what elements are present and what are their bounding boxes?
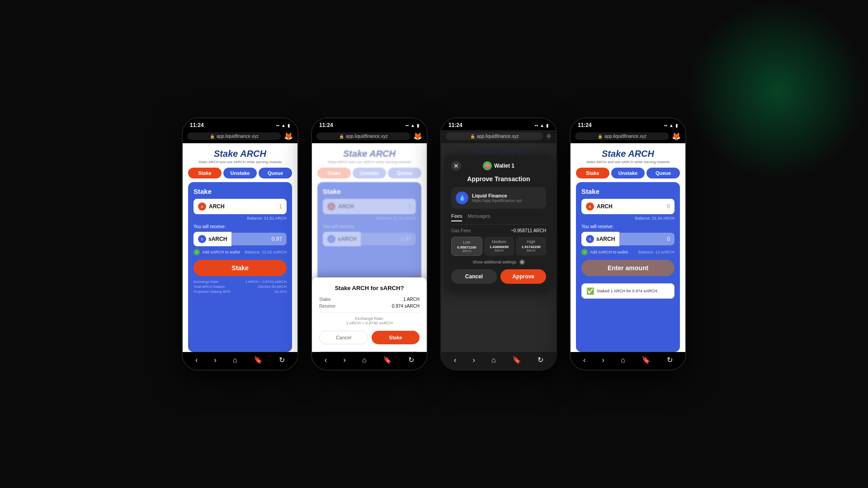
nav-bookmark-3[interactable]: 🔖 — [512, 356, 521, 364]
wallet-approve-button[interactable]: Approve — [500, 269, 546, 284]
wallet-cancel-button[interactable]: Cancel — [451, 269, 497, 284]
stake-title-1: Stake ARCH — [190, 149, 290, 159]
url-text-3: app.liquidfinance.xyz — [477, 134, 519, 139]
close-button[interactable]: ✕ — [451, 161, 461, 171]
tab-bar-2: Stake Unstake Queue — [312, 168, 427, 182]
show-settings[interactable]: Show additional settings ⚙ — [451, 259, 546, 265]
receive-value-2: 0.97 — [361, 233, 416, 245]
fee-low[interactable]: Low 0.95871100 ARCH — [451, 237, 482, 256]
nav-bookmark-2[interactable]: 🔖 — [383, 356, 392, 364]
token-input-4[interactable]: A ARCH 0 — [581, 199, 675, 214]
stake-button-1[interactable]: Stake — [193, 260, 287, 276]
nav-forward-4[interactable]: › — [602, 356, 604, 364]
wallet-badge: 👛 Wallet 1 — [483, 161, 514, 170]
modal-buttons: Cancel Stake — [319, 331, 420, 344]
lock-icon-4: 🔒 — [598, 134, 603, 139]
tab-queue-1[interactable]: Queue — [259, 168, 292, 178]
status-icons-4: ▪▪ ▲ ▮ — [664, 123, 678, 128]
modal-confirm-button[interactable]: Stake — [372, 331, 420, 344]
browser-url-4[interactable]: 🔒 app.liquidfinance.xyz — [575, 132, 669, 140]
receive-label-1: You will receive: — [193, 224, 287, 229]
spinner-icon: ✳ — [546, 132, 552, 141]
enter-amount-button[interactable]: Enter amount — [581, 260, 675, 276]
fee-medium[interactable]: Medium 1.43806650 ARCH — [484, 237, 514, 256]
nav-home-4[interactable]: ⌂ — [621, 356, 625, 364]
header-section-4: Stake ARCH Stake ARCH and use sARCH whil… — [571, 143, 685, 168]
nav-back-3[interactable]: ‹ — [454, 356, 456, 364]
token-name-2: ARCH — [338, 203, 354, 210]
tab-unstake-1[interactable]: Unstake — [223, 168, 257, 178]
screens-container: 11:24 ▪▪ ▲ ▮ 🔒 app.liquidfinance.xyz 🦊 S… — [182, 117, 686, 371]
phone-3: 11:24 ▪▪ ▲ ▮ 🔒 app.liquidfinance.xyz ✳ S… — [440, 117, 557, 371]
stake-card-title-4: Stake — [581, 188, 675, 195]
token-left-4: A ARCH — [586, 202, 613, 211]
modal-receive-value: 0.974 sARCH — [392, 304, 420, 309]
receive-token-4: S sARCH — [581, 232, 619, 246]
token-value-2: 1 — [408, 203, 411, 210]
wifi-icon: ▲ — [281, 123, 286, 128]
time-3: 11:24 — [448, 122, 462, 128]
token-value-1: 1 — [279, 203, 282, 210]
battery-icon-2: ▮ — [417, 123, 420, 128]
nav-home-2[interactable]: ⌂ — [362, 356, 367, 364]
nav-refresh-1[interactable]: ↻ — [279, 356, 285, 364]
nav-back-1[interactable]: ‹ — [195, 356, 198, 364]
token-input-1[interactable]: A ARCH 1 — [193, 199, 287, 214]
browser-url-2[interactable]: 🔒 app.liquidfinance.xyz — [316, 132, 410, 140]
fee-high-currency: ARCH — [518, 249, 544, 252]
site-row: 💧 Liquid Finance https://app.liquidfinan… — [451, 187, 546, 209]
nav-refresh-2[interactable]: ↻ — [408, 356, 414, 364]
stake-card-title-2: Stake — [323, 188, 416, 195]
browser-bar-3: 🔒 app.liquidfinance.xyz ✳ — [441, 130, 556, 143]
success-text: Staked 1 ARCH for 0.974 sARCH. — [597, 289, 658, 293]
tab-stake-2[interactable]: Stake — [317, 168, 351, 178]
browser-url-3[interactable]: 🔒 app.liquidfinance.xyz — [446, 132, 543, 140]
tab-queue-2[interactable]: Queue — [388, 168, 421, 178]
fee-high[interactable]: High 1.91742200 ARCH — [516, 237, 546, 256]
signal-icon-3: ▪▪ — [535, 123, 538, 128]
battery-icon-4: ▮ — [675, 123, 678, 128]
token-value-4: 0 — [667, 203, 670, 210]
nav-forward-3[interactable]: › — [473, 356, 475, 364]
nav-forward-1[interactable]: › — [214, 356, 217, 364]
nav-home-3[interactable]: ⌂ — [491, 356, 496, 364]
signal-icon-2: ▪▪ — [406, 123, 409, 128]
nav-home-1[interactable]: ⌂ — [233, 356, 237, 364]
confirm-modal: Stake ARCH for sARCH? Stake 1 ARCH Recei… — [312, 277, 427, 352]
nav-back-2[interactable]: ‹ — [325, 356, 327, 364]
success-banner: ✅ Staked 1 ARCH for 0.974 sARCH. — [581, 283, 675, 299]
apr-value-1: 16.42% — [274, 290, 287, 294]
token-left-1: A ARCH — [198, 202, 225, 211]
fees-tab-messages[interactable]: Messages — [467, 213, 490, 221]
stake-card-title-1: Stake — [193, 188, 287, 195]
fee-medium-amount: 1.43806650 — [486, 245, 513, 249]
nav-refresh-3[interactable]: ↻ — [538, 356, 543, 364]
apr-row-1: Projected Staking APR: 16.42% — [193, 290, 287, 294]
fee-options: Low 0.95871100 ARCH Medium 1.43806650 AR… — [451, 237, 546, 256]
status-bar-2: 11:24 ▪▪ ▲ ▮ — [312, 118, 427, 130]
nav-back-4[interactable]: ‹ — [583, 356, 585, 364]
lock-icon-2: 🔒 — [339, 134, 344, 139]
nav-bookmark-1[interactable]: 🔖 — [254, 356, 263, 364]
gas-label: Gas Fees — [451, 228, 471, 233]
nav-forward-2[interactable]: › — [344, 356, 346, 364]
fees-tabs: Fees Messages — [451, 213, 546, 225]
arch-icon-2: A — [327, 202, 335, 211]
browser-url-1[interactable]: 🔒 app.liquidfinance.xyz — [187, 132, 281, 140]
modal-cancel-button[interactable]: Cancel — [319, 331, 368, 344]
nav-refresh-4[interactable]: ↻ — [667, 356, 673, 364]
tab-unstake-2[interactable]: Unstake — [353, 168, 386, 178]
fees-tab-fees[interactable]: Fees — [451, 213, 462, 221]
exchange-rate-value-1: 1 ARCH = 0.9743 sARCH — [245, 280, 287, 284]
receive-row-4: S sARCH 0 — [581, 232, 675, 246]
nav-bookmark-4[interactable]: 🔖 — [642, 356, 651, 364]
wallet-icon-2: 🦊 — [413, 132, 422, 141]
sarch-name-2: sARCH — [338, 236, 356, 242]
tab-stake-1[interactable]: Stake — [188, 168, 222, 178]
tab-queue-4[interactable]: Queue — [646, 168, 680, 178]
tab-unstake-4[interactable]: Unstake — [611, 168, 645, 178]
stake-subtitle-1: Stake ARCH and use sARCH while earning r… — [190, 160, 290, 164]
site-icon: 💧 — [456, 192, 468, 204]
stake-card-1: Stake A ARCH 1 Balance: 21.51 ARCH You w… — [188, 182, 292, 352]
tab-stake-4[interactable]: Stake — [576, 168, 609, 178]
